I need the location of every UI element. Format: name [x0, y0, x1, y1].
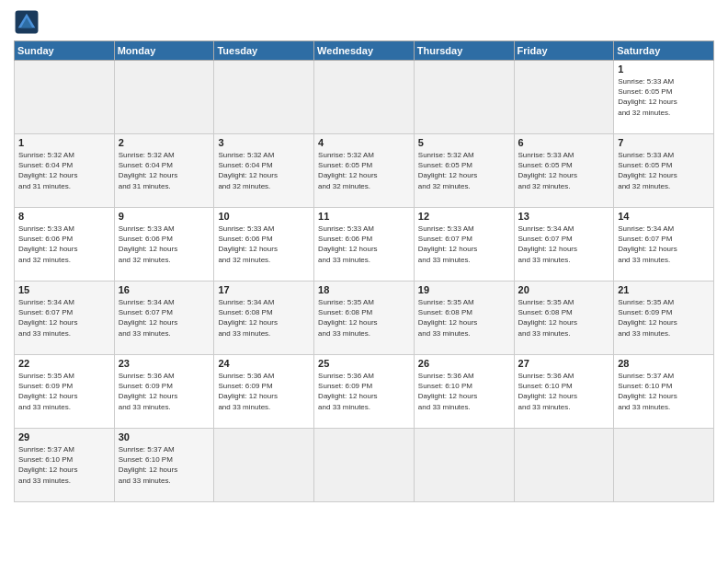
col-wednesday: Wednesday	[314, 41, 415, 61]
sunrise-text: Sunrise: 5:35 AM	[318, 298, 374, 306]
sunrise-text: Sunrise: 5:34 AM	[618, 224, 674, 233]
daylight-text: Daylight: 12 hours	[318, 318, 377, 327]
sunset-text: Sunset: 6:10 PM	[618, 382, 672, 390]
sunset-text: Sunset: 6:05 PM	[518, 161, 573, 169]
daylight-text: Daylight: 12 hours	[218, 245, 277, 253]
daylight-minutes: and 32 minutes.	[418, 182, 471, 190]
calendar-day	[114, 61, 214, 134]
day-info: Sunrise: 5:33 AM Sunset: 6:06 PM Dayligh…	[218, 224, 310, 265]
daylight-minutes: and 33 minutes.	[18, 477, 71, 485]
sunrise-text: Sunrise: 5:36 AM	[518, 372, 574, 380]
calendar-day: 20 Sunrise: 5:35 AM Sunset: 6:08 PM Dayl…	[514, 282, 614, 355]
calendar-day: 26 Sunrise: 5:36 AM Sunset: 6:10 PM Dayl…	[414, 355, 514, 429]
calendar-day: 3 Sunrise: 5:32 AM Sunset: 6:04 PM Dayli…	[214, 134, 314, 208]
daylight-minutes: and 32 minutes.	[218, 182, 270, 190]
sunset-text: Sunset: 6:04 PM	[18, 161, 73, 169]
daylight-text: Daylight: 12 hours	[518, 171, 577, 179]
day-info: Sunrise: 5:36 AM Sunset: 6:09 PM Dayligh…	[119, 371, 210, 412]
day-number: 25	[318, 358, 410, 369]
sunrise-text: Sunrise: 5:33 AM	[518, 151, 574, 159]
sunrise-text: Sunrise: 5:36 AM	[218, 372, 274, 380]
daylight-text: Daylight: 12 hours	[18, 318, 77, 327]
sunrise-text: Sunrise: 5:34 AM	[18, 298, 74, 306]
sunrise-text: Sunrise: 5:33 AM	[318, 224, 374, 233]
daylight-text: Daylight: 12 hours	[18, 465, 77, 474]
calendar-day	[15, 61, 115, 134]
sunrise-text: Sunrise: 5:33 AM	[418, 224, 474, 233]
day-number: 3	[218, 137, 310, 148]
day-info: Sunrise: 5:32 AM Sunset: 6:05 PM Dayligh…	[318, 150, 410, 191]
calendar-day	[414, 429, 514, 502]
daylight-minutes: and 33 minutes.	[418, 329, 471, 338]
day-info: Sunrise: 5:36 AM Sunset: 6:09 PM Dayligh…	[318, 371, 410, 412]
day-number: 7	[618, 137, 710, 148]
calendar-day: 16 Sunrise: 5:34 AM Sunset: 6:07 PM Dayl…	[114, 282, 214, 355]
sunrise-text: Sunrise: 5:36 AM	[318, 372, 374, 380]
col-sunday: Sunday	[15, 41, 115, 61]
calendar-day: 2 Sunrise: 5:32 AM Sunset: 6:04 PM Dayli…	[114, 134, 214, 208]
day-number: 15	[18, 284, 110, 295]
daylight-text: Daylight: 12 hours	[119, 171, 177, 179]
daylight-minutes: and 32 minutes.	[518, 182, 571, 190]
sunset-text: Sunset: 6:06 PM	[218, 235, 272, 243]
calendar-day: 10 Sunrise: 5:33 AM Sunset: 6:06 PM Dayl…	[214, 208, 314, 282]
daylight-text: Daylight: 12 hours	[119, 318, 177, 327]
day-number: 27	[518, 358, 610, 369]
sunrise-text: Sunrise: 5:36 AM	[418, 372, 474, 380]
sunrise-text: Sunrise: 5:33 AM	[618, 77, 674, 86]
daylight-text: Daylight: 12 hours	[518, 392, 577, 400]
sunrise-text: Sunrise: 5:32 AM	[418, 151, 474, 159]
day-info: Sunrise: 5:37 AM Sunset: 6:10 PM Dayligh…	[618, 371, 710, 412]
daylight-text: Daylight: 12 hours	[618, 392, 677, 400]
sunrise-text: Sunrise: 5:33 AM	[119, 224, 175, 233]
day-number: 28	[618, 358, 710, 369]
day-number: 6	[518, 137, 610, 148]
day-info: Sunrise: 5:33 AM Sunset: 6:06 PM Dayligh…	[318, 224, 410, 265]
daylight-minutes: and 33 minutes.	[518, 329, 571, 338]
day-info: Sunrise: 5:33 AM Sunset: 6:06 PM Dayligh…	[18, 224, 110, 265]
calendar-day: 8 Sunrise: 5:33 AM Sunset: 6:06 PM Dayli…	[15, 208, 115, 282]
day-info: Sunrise: 5:32 AM Sunset: 6:04 PM Dayligh…	[119, 150, 210, 191]
day-number: 26	[418, 358, 510, 369]
daylight-text: Daylight: 12 hours	[18, 171, 77, 179]
calendar-day: 28 Sunrise: 5:37 AM Sunset: 6:10 PM Dayl…	[614, 355, 714, 429]
day-number: 5	[418, 137, 510, 148]
sunset-text: Sunset: 6:10 PM	[518, 382, 573, 390]
day-info: Sunrise: 5:34 AM Sunset: 6:07 PM Dayligh…	[618, 224, 710, 265]
daylight-minutes: and 33 minutes.	[119, 477, 171, 485]
daylight-minutes: and 32 minutes.	[618, 109, 670, 117]
calendar-day: 7 Sunrise: 5:33 AM Sunset: 6:05 PM Dayli…	[614, 134, 714, 208]
daylight-minutes: and 33 minutes.	[18, 403, 71, 411]
sunrise-text: Sunrise: 5:36 AM	[119, 372, 175, 380]
day-number: 4	[318, 137, 410, 148]
daylight-minutes: and 33 minutes.	[618, 256, 670, 264]
calendar-day: 30 Sunrise: 5:37 AM Sunset: 6:10 PM Dayl…	[114, 429, 214, 502]
calendar-day: 14 Sunrise: 5:34 AM Sunset: 6:07 PM Dayl…	[614, 208, 714, 282]
calendar-day: 23 Sunrise: 5:36 AM Sunset: 6:09 PM Dayl…	[114, 355, 214, 429]
day-info: Sunrise: 5:35 AM Sunset: 6:08 PM Dayligh…	[318, 297, 410, 339]
calendar-day: 9 Sunrise: 5:33 AM Sunset: 6:06 PM Dayli…	[114, 208, 214, 282]
col-friday: Friday	[514, 41, 614, 61]
calendar-day	[414, 61, 514, 134]
daylight-text: Daylight: 12 hours	[218, 392, 277, 400]
sunset-text: Sunset: 6:09 PM	[318, 382, 372, 390]
day-number: 14	[618, 211, 710, 222]
day-number: 30	[119, 431, 210, 442]
daylight-minutes: and 33 minutes.	[318, 403, 370, 411]
daylight-minutes: and 33 minutes.	[518, 403, 571, 411]
calendar-day	[214, 429, 314, 502]
day-number: 1	[618, 63, 710, 75]
sunrise-text: Sunrise: 5:37 AM	[618, 372, 674, 380]
day-number: 9	[119, 211, 210, 222]
logo	[14, 9, 43, 35]
sunset-text: Sunset: 6:06 PM	[318, 235, 372, 243]
calendar-day: 4 Sunrise: 5:32 AM Sunset: 6:05 PM Dayli…	[314, 134, 415, 208]
calendar-day: 18 Sunrise: 5:35 AM Sunset: 6:08 PM Dayl…	[314, 282, 415, 355]
calendar-day: 24 Sunrise: 5:36 AM Sunset: 6:09 PM Dayl…	[214, 355, 314, 429]
day-number: 10	[218, 211, 310, 222]
sunset-text: Sunset: 6:07 PM	[18, 308, 73, 316]
calendar-day: 17 Sunrise: 5:34 AM Sunset: 6:08 PM Dayl…	[214, 282, 314, 355]
day-info: Sunrise: 5:34 AM Sunset: 6:07 PM Dayligh…	[119, 297, 210, 339]
day-number: 1	[18, 137, 110, 148]
day-number: 18	[318, 284, 410, 295]
